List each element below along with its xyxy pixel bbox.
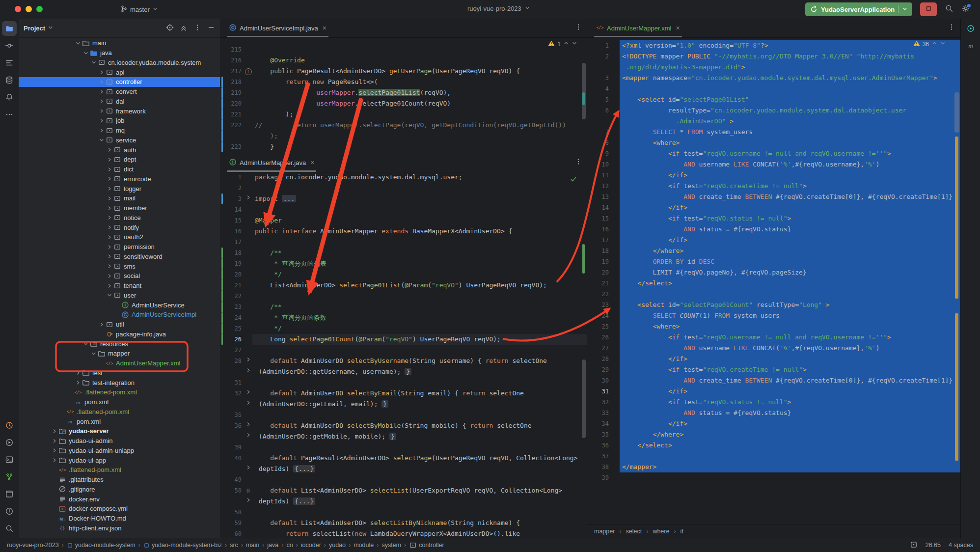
- scrollbar-thumb[interactable]: [954, 92, 959, 133]
- chevron-collapsed-icon[interactable]: [51, 428, 58, 434]
- tree-item-sensitiveword[interactable]: sensitiveword: [19, 252, 220, 262]
- statusbar-breadcrumb-src[interactable]: src: [230, 542, 238, 549]
- xml-line-wrap[interactable]: .org/dtd/mybatis-3-mapper.dtd">: [587, 62, 960, 73]
- bottom-line-15[interactable]: 15@Mapper: [220, 215, 587, 226]
- problems-icon[interactable]: [2, 504, 17, 519]
- profiler-icon[interactable]: [2, 418, 17, 433]
- zoom-window-button[interactable]: [36, 6, 43, 12]
- top-line-221[interactable]: 221 );: [220, 109, 587, 120]
- bottom-line-18[interactable]: 18 /**: [220, 248, 587, 258]
- tree-item-convert[interactable]: convert: [19, 87, 220, 97]
- fold-icon[interactable]: [244, 399, 252, 410]
- xml-line-33[interactable]: 33 AND status = #{reqVO.status}: [587, 408, 960, 418]
- tree-item-api[interactable]: api: [19, 67, 220, 77]
- settings-button[interactable]: [960, 4, 971, 15]
- xml-breadcrumb-if[interactable]: if: [681, 528, 683, 535]
- chevron-collapsed-icon[interactable]: [106, 157, 113, 163]
- tree-item-cn-iocoder-yudao-module-system[interactable]: cn.iocoder.yudao.module.system: [19, 58, 220, 68]
- xml-line-6[interactable]: 6 resultType="cn.iocoder.yudao.module.sy…: [587, 105, 960, 116]
- xml-line-15[interactable]: 15 <if test="reqVO.status != null">: [587, 213, 960, 224]
- tree-item-pom-xml[interactable]: mpom.xml: [19, 397, 220, 407]
- chevron-collapsed-icon[interactable]: [106, 166, 113, 172]
- git-branch-widget[interactable]: master: [120, 3, 158, 15]
- xml-line-28[interactable]: 28 </if>: [587, 354, 960, 364]
- bottom-line-58[interactable]: 58: [220, 507, 587, 518]
- chevron-collapsed-icon[interactable]: [98, 118, 105, 124]
- chevron-collapsed-icon[interactable]: [98, 98, 105, 104]
- bottom-line-24[interactable]: 24 * 查询分页的条数: [220, 312, 587, 323]
- next-warning-icon[interactable]: [940, 40, 946, 48]
- tree-item-notify[interactable]: notify: [19, 222, 220, 232]
- prev-warning-icon[interactable]: [931, 40, 937, 48]
- bottom-line-22[interactable]: 22: [220, 291, 587, 302]
- commit-icon[interactable]: [2, 38, 17, 53]
- tree-item-package-info-java[interactable]: package-info.java: [19, 330, 220, 339]
- xml-line-39[interactable]: 39: [587, 472, 960, 483]
- chevron-collapsed-icon[interactable]: [106, 215, 113, 221]
- maven-icon[interactable]: m: [963, 38, 978, 53]
- statusbar-breadcrumb-yudao-module-system[interactable]: yudao-module-system: [67, 542, 136, 549]
- top-line-220[interactable]: 220 userMapper.selectPage01Count(reqVO): [220, 98, 587, 109]
- collapse-all-icon[interactable]: [180, 24, 188, 33]
- bottom-line-31[interactable]: 31: [220, 377, 587, 388]
- tree-item-tenant[interactable]: tenant: [19, 281, 220, 291]
- bottom-line-16[interactable]: 16public interface AdminUserMapper exten…: [220, 226, 587, 237]
- tree-item-errorcode[interactable]: errorcode: [19, 174, 220, 184]
- chevron-expanded-icon[interactable]: [98, 137, 105, 143]
- xml-line-21[interactable]: 21 </select>: [587, 278, 960, 289]
- bottom-line-2[interactable]: 2: [220, 183, 587, 193]
- chevron-expanded-icon[interactable]: [106, 292, 113, 298]
- fold-icon[interactable]: [244, 388, 252, 399]
- chevron-collapsed-icon[interactable]: [98, 322, 105, 328]
- fold-icon[interactable]: [244, 193, 252, 204]
- xml-line-18[interactable]: 18 </where>: [587, 246, 960, 256]
- bottom-line-40[interactable]: 40 default PageResult<AdminUserDO> selec…: [220, 453, 587, 464]
- chevron-down-icon[interactable]: [48, 25, 54, 32]
- chevron-expanded-icon[interactable]: [75, 40, 82, 46]
- tree-item-auth[interactable]: auth: [19, 145, 220, 155]
- xml-breadcrumb-where[interactable]: where: [653, 528, 669, 535]
- bottom-line-49[interactable]: 49: [220, 474, 587, 485]
- tree-item-pom-xml[interactable]: mpom.xml: [19, 416, 220, 426]
- xml-line-24[interactable]: 24 SELECT COUNT(1) FROM system_users: [587, 310, 960, 321]
- tree-item-mq[interactable]: mq: [19, 126, 220, 136]
- editor-options-icon[interactable]: [948, 23, 955, 33]
- editor-service-impl[interactable]: C AdminUserServiceImpl.java × 1 215216 @…: [220, 19, 588, 154]
- top-line-217[interactable]: 217↑ public PageResult<AdminUserDO> getU…: [220, 66, 587, 77]
- tree-item-controller[interactable]: controller: [19, 77, 220, 87]
- inspections-widget[interactable]: 1: [548, 40, 577, 48]
- fold-icon[interactable]: [244, 496, 252, 507]
- statusbar-breadcrumb-yudao-module-system-biz[interactable]: yudao-module-system-biz: [143, 542, 222, 549]
- tree-item-docker-howto-md[interactable]: M↓Docker-HOWTO.md: [19, 514, 220, 524]
- fold-icon[interactable]: [244, 366, 252, 377]
- chevron-collapsed-icon[interactable]: [106, 234, 113, 240]
- xml-line-30[interactable]: 30 AND create_time BETWEEN #{reqVO.creat…: [587, 375, 960, 386]
- more-options-icon[interactable]: [193, 24, 201, 33]
- xml-line-35[interactable]: 35 </where>: [587, 429, 960, 440]
- tree-item-mail[interactable]: mail: [19, 193, 220, 203]
- bottom-line-wrap[interactable]: (AdminUserDO::getUsername, username); }: [220, 366, 587, 377]
- xml-line-32[interactable]: 32 <if test="reqVO.status != null">: [587, 397, 960, 408]
- bottom-line-35[interactable]: 35: [220, 410, 587, 420]
- bottom-line-14[interactable]: 14: [220, 204, 587, 215]
- more-tools-icon[interactable]: [2, 107, 17, 122]
- xml-line-11[interactable]: 11 </if>: [587, 170, 960, 181]
- xml-line-29[interactable]: 29 <if test="reqVO.createTime != null">: [587, 364, 960, 375]
- top-line-215[interactable]: 215: [220, 44, 587, 55]
- indent-setting[interactable]: 4 spaces: [949, 542, 973, 549]
- bottom-line-36[interactable]: 36 default AdminUserDO selectByMobile(St…: [220, 420, 587, 431]
- statusbar-breadcrumb-ruoyi-vue-pro-2023[interactable]: ruoyi-vue-pro-2023: [7, 542, 59, 549]
- xml-line-5[interactable]: 5 <select id="selectPage01List": [587, 94, 960, 105]
- xml-breadcrumb-mapper[interactable]: mapper: [594, 528, 615, 535]
- tree-item-sms[interactable]: sms: [19, 261, 220, 271]
- chevron-collapsed-icon[interactable]: [106, 147, 113, 153]
- xml-line-12[interactable]: 12 <if test="reqVO.createTime != null">: [587, 181, 960, 192]
- tree-item-dict[interactable]: dict: [19, 165, 220, 174]
- scrollbar-thumb[interactable]: [582, 63, 586, 119]
- tree-item-http-client-env-json[interactable]: {}http-client.env.json: [19, 524, 220, 533]
- chevron-collapsed-icon[interactable]: [98, 128, 105, 134]
- chevron-collapsed-icon[interactable]: [98, 108, 105, 114]
- chevron-expanded-icon[interactable]: [82, 341, 89, 347]
- tree-item-yudao-ui-admin[interactable]: yudao-ui-admin: [19, 436, 220, 446]
- bottom-line-32[interactable]: 32 default AdminUserDO selectByEmail(Str…: [220, 388, 587, 399]
